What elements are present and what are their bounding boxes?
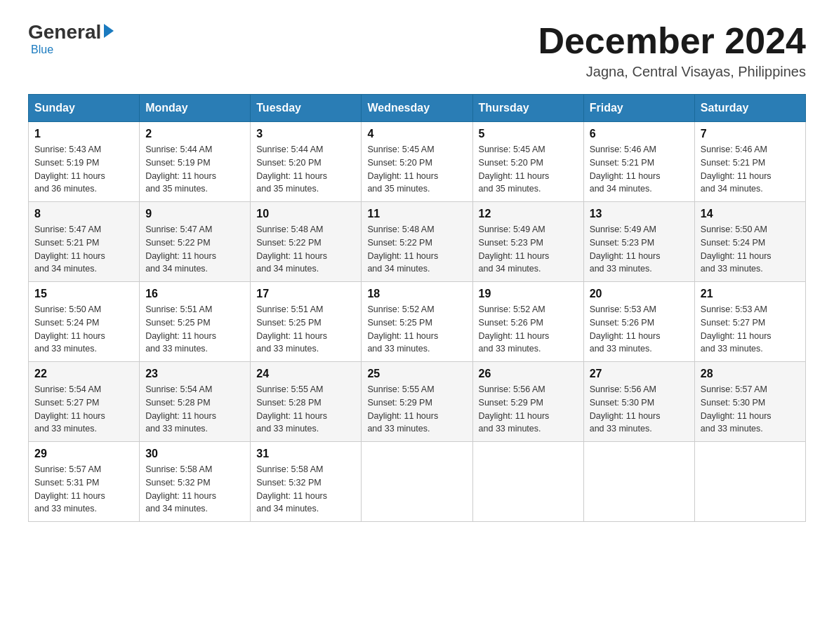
day-info: Sunrise: 5:50 AM Sunset: 5:24 PM Dayligh… xyxy=(701,223,800,276)
day-info: Sunrise: 5:57 AM Sunset: 5:31 PM Dayligh… xyxy=(34,463,133,516)
day-info: Sunrise: 5:58 AM Sunset: 5:32 PM Dayligh… xyxy=(145,463,244,516)
table-row: 12 Sunrise: 5:49 AM Sunset: 5:23 PM Dayl… xyxy=(472,202,583,282)
day-info: Sunrise: 5:44 AM Sunset: 5:20 PM Dayligh… xyxy=(256,143,355,196)
day-number: 19 xyxy=(479,288,578,300)
day-info: Sunrise: 5:56 AM Sunset: 5:29 PM Dayligh… xyxy=(479,383,578,436)
table-row: 18 Sunrise: 5:52 AM Sunset: 5:25 PM Dayl… xyxy=(362,282,472,362)
day-info: Sunrise: 5:46 AM Sunset: 5:21 PM Dayligh… xyxy=(590,143,689,196)
day-info: Sunrise: 5:56 AM Sunset: 5:30 PM Dayligh… xyxy=(590,383,689,436)
day-info: Sunrise: 5:49 AM Sunset: 5:23 PM Dayligh… xyxy=(479,223,578,276)
calendar-week-row: 15 Sunrise: 5:50 AM Sunset: 5:24 PM Dayl… xyxy=(29,282,806,362)
day-info: Sunrise: 5:48 AM Sunset: 5:22 PM Dayligh… xyxy=(367,223,466,276)
col-tuesday: Tuesday xyxy=(251,95,362,122)
day-info: Sunrise: 5:47 AM Sunset: 5:21 PM Dayligh… xyxy=(34,223,133,276)
day-number: 22 xyxy=(34,368,133,380)
day-info: Sunrise: 5:43 AM Sunset: 5:19 PM Dayligh… xyxy=(34,143,133,196)
day-number: 23 xyxy=(145,368,244,380)
day-info: Sunrise: 5:45 AM Sunset: 5:20 PM Dayligh… xyxy=(479,143,578,196)
day-info: Sunrise: 5:53 AM Sunset: 5:27 PM Dayligh… xyxy=(701,303,800,356)
col-sunday: Sunday xyxy=(29,95,140,122)
table-row: 1 Sunrise: 5:43 AM Sunset: 5:19 PM Dayli… xyxy=(29,122,140,202)
logo-general-text: General xyxy=(28,21,101,43)
calendar-week-row: 1 Sunrise: 5:43 AM Sunset: 5:19 PM Dayli… xyxy=(29,122,806,202)
table-row: 29 Sunrise: 5:57 AM Sunset: 5:31 PM Dayl… xyxy=(29,442,140,522)
table-row: 8 Sunrise: 5:47 AM Sunset: 5:21 PM Dayli… xyxy=(29,202,140,282)
day-info: Sunrise: 5:55 AM Sunset: 5:28 PM Dayligh… xyxy=(256,383,355,436)
day-number: 14 xyxy=(701,208,800,220)
day-info: Sunrise: 5:46 AM Sunset: 5:21 PM Dayligh… xyxy=(701,143,800,196)
day-number: 7 xyxy=(701,128,800,140)
table-row: 26 Sunrise: 5:56 AM Sunset: 5:29 PM Dayl… xyxy=(472,362,583,442)
table-row: 21 Sunrise: 5:53 AM Sunset: 5:27 PM Dayl… xyxy=(694,282,805,362)
table-row: 3 Sunrise: 5:44 AM Sunset: 5:20 PM Dayli… xyxy=(251,122,362,202)
day-info: Sunrise: 5:44 AM Sunset: 5:19 PM Dayligh… xyxy=(145,143,244,196)
table-row: 25 Sunrise: 5:55 AM Sunset: 5:29 PM Dayl… xyxy=(362,362,472,442)
day-number: 26 xyxy=(479,368,578,380)
table-row: 28 Sunrise: 5:57 AM Sunset: 5:30 PM Dayl… xyxy=(694,362,805,442)
day-info: Sunrise: 5:58 AM Sunset: 5:32 PM Dayligh… xyxy=(256,463,355,516)
table-row: 16 Sunrise: 5:51 AM Sunset: 5:25 PM Dayl… xyxy=(140,282,251,362)
calendar-week-row: 29 Sunrise: 5:57 AM Sunset: 5:31 PM Dayl… xyxy=(29,442,806,522)
title-block: December 2024 Jagna, Central Visayas, Ph… xyxy=(538,21,806,80)
day-number: 8 xyxy=(34,208,133,220)
col-monday: Monday xyxy=(140,95,251,122)
table-row: 11 Sunrise: 5:48 AM Sunset: 5:22 PM Dayl… xyxy=(362,202,472,282)
day-info: Sunrise: 5:49 AM Sunset: 5:23 PM Dayligh… xyxy=(590,223,689,276)
col-wednesday: Wednesday xyxy=(362,95,472,122)
day-number: 2 xyxy=(145,128,244,140)
day-info: Sunrise: 5:52 AM Sunset: 5:25 PM Dayligh… xyxy=(367,303,466,356)
day-info: Sunrise: 5:47 AM Sunset: 5:22 PM Dayligh… xyxy=(145,223,244,276)
day-number: 6 xyxy=(590,128,689,140)
table-row: 13 Sunrise: 5:49 AM Sunset: 5:23 PM Dayl… xyxy=(583,202,694,282)
day-number: 21 xyxy=(701,288,800,300)
table-row: 31 Sunrise: 5:58 AM Sunset: 5:32 PM Dayl… xyxy=(251,442,362,522)
day-info: Sunrise: 5:50 AM Sunset: 5:24 PM Dayligh… xyxy=(34,303,133,356)
table-row: 2 Sunrise: 5:44 AM Sunset: 5:19 PM Dayli… xyxy=(140,122,251,202)
day-number: 13 xyxy=(590,208,689,220)
table-row: 27 Sunrise: 5:56 AM Sunset: 5:30 PM Dayl… xyxy=(583,362,694,442)
day-number: 17 xyxy=(256,288,355,300)
day-number: 4 xyxy=(367,128,466,140)
day-info: Sunrise: 5:54 AM Sunset: 5:28 PM Dayligh… xyxy=(145,383,244,436)
table-row: 10 Sunrise: 5:48 AM Sunset: 5:22 PM Dayl… xyxy=(251,202,362,282)
logo-blue-text: Blue xyxy=(31,43,53,55)
day-number: 1 xyxy=(34,128,133,140)
day-number: 27 xyxy=(590,368,689,380)
day-info: Sunrise: 5:55 AM Sunset: 5:29 PM Dayligh… xyxy=(367,383,466,436)
calendar-week-row: 8 Sunrise: 5:47 AM Sunset: 5:21 PM Dayli… xyxy=(29,202,806,282)
table-row xyxy=(694,442,805,522)
day-info: Sunrise: 5:52 AM Sunset: 5:26 PM Dayligh… xyxy=(479,303,578,356)
table-row: 4 Sunrise: 5:45 AM Sunset: 5:20 PM Dayli… xyxy=(362,122,472,202)
day-number: 15 xyxy=(34,288,133,300)
table-row: 6 Sunrise: 5:46 AM Sunset: 5:21 PM Dayli… xyxy=(583,122,694,202)
page-header: General Blue December 2024 Jagna, Centra… xyxy=(28,21,806,80)
col-friday: Friday xyxy=(583,95,694,122)
col-saturday: Saturday xyxy=(694,95,805,122)
table-row: 23 Sunrise: 5:54 AM Sunset: 5:28 PM Dayl… xyxy=(140,362,251,442)
day-number: 5 xyxy=(479,128,578,140)
day-number: 28 xyxy=(701,368,800,380)
table-row: 5 Sunrise: 5:45 AM Sunset: 5:20 PM Dayli… xyxy=(472,122,583,202)
table-row: 22 Sunrise: 5:54 AM Sunset: 5:27 PM Dayl… xyxy=(29,362,140,442)
day-info: Sunrise: 5:54 AM Sunset: 5:27 PM Dayligh… xyxy=(34,383,133,436)
table-row: 17 Sunrise: 5:51 AM Sunset: 5:25 PM Dayl… xyxy=(251,282,362,362)
day-number: 10 xyxy=(256,208,355,220)
day-number: 20 xyxy=(590,288,689,300)
table-row: 30 Sunrise: 5:58 AM Sunset: 5:32 PM Dayl… xyxy=(140,442,251,522)
table-row xyxy=(583,442,694,522)
day-number: 11 xyxy=(367,208,466,220)
day-info: Sunrise: 5:57 AM Sunset: 5:30 PM Dayligh… xyxy=(701,383,800,436)
day-number: 29 xyxy=(34,448,133,460)
day-number: 30 xyxy=(145,448,244,460)
table-row: 7 Sunrise: 5:46 AM Sunset: 5:21 PM Dayli… xyxy=(694,122,805,202)
calendar-table: Sunday Monday Tuesday Wednesday Thursday… xyxy=(28,94,806,522)
day-info: Sunrise: 5:45 AM Sunset: 5:20 PM Dayligh… xyxy=(367,143,466,196)
location-label: Jagna, Central Visayas, Philippines xyxy=(538,64,806,80)
day-info: Sunrise: 5:53 AM Sunset: 5:26 PM Dayligh… xyxy=(590,303,689,356)
table-row: 15 Sunrise: 5:50 AM Sunset: 5:24 PM Dayl… xyxy=(29,282,140,362)
month-title: December 2024 xyxy=(538,21,806,61)
day-info: Sunrise: 5:51 AM Sunset: 5:25 PM Dayligh… xyxy=(256,303,355,356)
col-thursday: Thursday xyxy=(472,95,583,122)
table-row: 24 Sunrise: 5:55 AM Sunset: 5:28 PM Dayl… xyxy=(251,362,362,442)
day-number: 18 xyxy=(367,288,466,300)
